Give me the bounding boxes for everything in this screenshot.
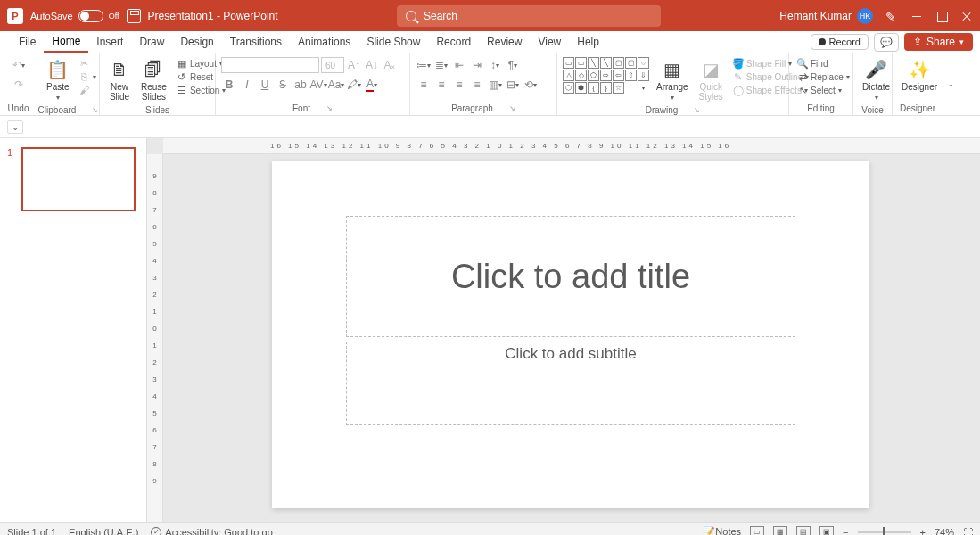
italic-button[interactable]: I xyxy=(239,77,255,93)
slide-thumbnail[interactable] xyxy=(21,147,136,211)
undo-button[interactable]: ↶▾ xyxy=(11,57,27,73)
quick-styles-button[interactable]: ◪Quick Styles xyxy=(696,57,727,103)
notes-button[interactable]: 📝Notes xyxy=(703,526,741,535)
increase-indent-button[interactable]: ⇥ xyxy=(469,57,485,73)
slide-canvas[interactable]: Click to add title Click to add subtitle xyxy=(272,160,869,508)
toggle-switch-icon[interactable] xyxy=(78,10,103,22)
align-text-button[interactable]: ⊟▾ xyxy=(505,77,521,93)
subtitle-placeholder[interactable]: Click to add subtitle xyxy=(346,342,795,425)
zoom-level[interactable]: 74% xyxy=(935,527,954,536)
font-size-input[interactable]: 60 xyxy=(321,57,344,73)
save-icon[interactable] xyxy=(127,9,141,23)
title-placeholder[interactable]: Click to add title xyxy=(346,216,795,337)
slide-thumbnail-pane[interactable]: 1 xyxy=(0,138,147,522)
quick-access-dropdown[interactable]: ⌄ xyxy=(7,120,23,134)
new-slide-icon: 🗎 xyxy=(109,59,130,80)
justify-button[interactable]: ≡ xyxy=(469,77,485,93)
vertical-ruler: 9876543210123456789 xyxy=(147,154,163,522)
group-label-font: Font xyxy=(292,103,310,113)
minimize-button[interactable] xyxy=(910,10,923,22)
normal-view-button[interactable]: ▭ xyxy=(750,526,764,536)
comments-button[interactable]: 💬 xyxy=(874,33,899,52)
tab-record[interactable]: Record xyxy=(428,31,479,53)
line-spacing-button[interactable]: ↕▾ xyxy=(487,57,503,73)
strikethrough-button[interactable]: S̶ xyxy=(275,77,291,93)
share-button[interactable]: ⇪Share▾ xyxy=(904,33,973,51)
ribbon-collapse-button[interactable]: ⌄ xyxy=(943,54,959,115)
change-case-button[interactable]: Aa▾ xyxy=(328,77,344,93)
paste-button[interactable]: 📋Paste▾ xyxy=(43,57,73,103)
slideshow-view-button[interactable]: ▣ xyxy=(819,526,834,536)
tab-help[interactable]: Help xyxy=(569,31,607,53)
zoom-slider[interactable] xyxy=(858,531,911,533)
redo-button[interactable]: ↷ xyxy=(11,77,27,93)
slide-editor[interactable]: 16 15 14 13 12 11 10 9 8 7 6 5 4 3 2 1 0… xyxy=(147,138,980,522)
dialog-launcher-icon[interactable]: ↘ xyxy=(92,106,98,114)
search-box[interactable]: Search xyxy=(397,5,661,27)
language-indicator[interactable]: English (U.A.E.) xyxy=(69,527,138,536)
clear-formatting-button[interactable]: Aₓ xyxy=(382,57,398,73)
bold-button[interactable]: B xyxy=(221,77,237,93)
dialog-launcher-icon[interactable]: ↘ xyxy=(694,106,700,114)
slide-counter[interactable]: Slide 1 of 1 xyxy=(7,527,56,536)
user-name: Hemant Kumar xyxy=(779,10,852,22)
close-button[interactable] xyxy=(960,10,973,22)
sorter-view-button[interactable]: ▦ xyxy=(773,526,787,536)
align-center-button[interactable]: ≡ xyxy=(433,77,449,93)
tab-transitions[interactable]: Transitions xyxy=(222,31,290,53)
bullets-button[interactable]: ≔▾ xyxy=(416,57,432,73)
smartart-button[interactable]: ⟲▾ xyxy=(523,77,539,93)
highlight-button[interactable]: 🖍▾ xyxy=(346,77,362,93)
fit-to-window-button[interactable]: ⛶ xyxy=(963,527,973,536)
decrease-font-button[interactable]: A↓ xyxy=(364,57,380,73)
dialog-launcher-icon[interactable]: ↘ xyxy=(326,104,333,112)
align-left-button[interactable]: ≡ xyxy=(416,77,432,93)
tab-animations[interactable]: Animations xyxy=(290,31,358,53)
spacing-button[interactable]: AV▾ xyxy=(310,77,326,93)
shapes-gallery[interactable]: ▭▭╲╲▢▢○ △◇⬠⇨⇦⇧⇩ ⬡⬢{}☆▾ xyxy=(563,57,649,94)
zoom-out-button[interactable]: − xyxy=(843,527,848,536)
group-label-drawing: Drawing xyxy=(646,105,679,115)
tab-review[interactable]: Review xyxy=(479,31,530,53)
autosave-toggle[interactable]: AutoSave Off xyxy=(30,10,119,22)
user-account[interactable]: Hemant Kumar HK xyxy=(779,8,873,24)
dialog-launcher-icon[interactable]: ↘ xyxy=(509,104,515,112)
format-painter-button[interactable]: 🖌 xyxy=(77,84,99,96)
maximize-button[interactable] xyxy=(935,10,948,22)
align-right-button[interactable]: ≡ xyxy=(451,77,467,93)
tab-file[interactable]: File xyxy=(11,31,44,53)
find-button[interactable]: 🔍Find xyxy=(795,57,852,70)
new-slide-button[interactable]: 🗎New Slide xyxy=(105,57,134,103)
replace-button[interactable]: ⇄Replace▾ xyxy=(795,70,852,83)
coming-soon-icon[interactable] xyxy=(885,10,898,22)
zoom-in-button[interactable]: + xyxy=(920,527,926,536)
text-direction-button[interactable]: ¶▾ xyxy=(505,57,521,73)
underline-button[interactable]: U xyxy=(257,77,273,93)
copy-button[interactable]: ⎘▾ xyxy=(77,70,99,83)
reuse-slides-icon: 🗐 xyxy=(143,59,164,80)
tab-slide-show[interactable]: Slide Show xyxy=(358,31,428,53)
columns-button[interactable]: ▥▾ xyxy=(487,77,503,93)
reading-view-button[interactable]: ▤ xyxy=(796,526,811,536)
subtitle-text: Click to add subtitle xyxy=(505,345,636,363)
record-button[interactable]: Record xyxy=(811,34,869,50)
tab-draw[interactable]: Draw xyxy=(131,31,172,53)
font-color-button[interactable]: A▾ xyxy=(364,77,380,93)
designer-button[interactable]: ✨Designer xyxy=(898,57,941,94)
decrease-indent-button[interactable]: ⇤ xyxy=(451,57,467,73)
numbering-button[interactable]: ≣▾ xyxy=(433,57,449,73)
cut-button[interactable]: ✂ xyxy=(77,57,99,70)
shadow-button[interactable]: ab xyxy=(292,77,309,93)
reuse-slides-button[interactable]: 🗐Reuse Slides xyxy=(137,57,170,103)
tab-home[interactable]: Home xyxy=(44,31,88,53)
dictate-button[interactable]: 🎤Dictate▾ xyxy=(859,57,894,103)
tab-insert[interactable]: Insert xyxy=(88,31,131,53)
select-button[interactable]: ↖Select▾ xyxy=(795,84,852,96)
arrange-button[interactable]: ▦Arrange▾ xyxy=(653,57,692,103)
font-name-input[interactable] xyxy=(221,57,319,73)
tab-view[interactable]: View xyxy=(530,31,569,53)
accessibility-status[interactable]: ✓Accessibility: Good to go xyxy=(151,527,272,536)
increase-font-button[interactable]: A↑ xyxy=(346,57,362,73)
tab-design[interactable]: Design xyxy=(172,31,221,53)
section-icon: ☰ xyxy=(177,85,187,95)
